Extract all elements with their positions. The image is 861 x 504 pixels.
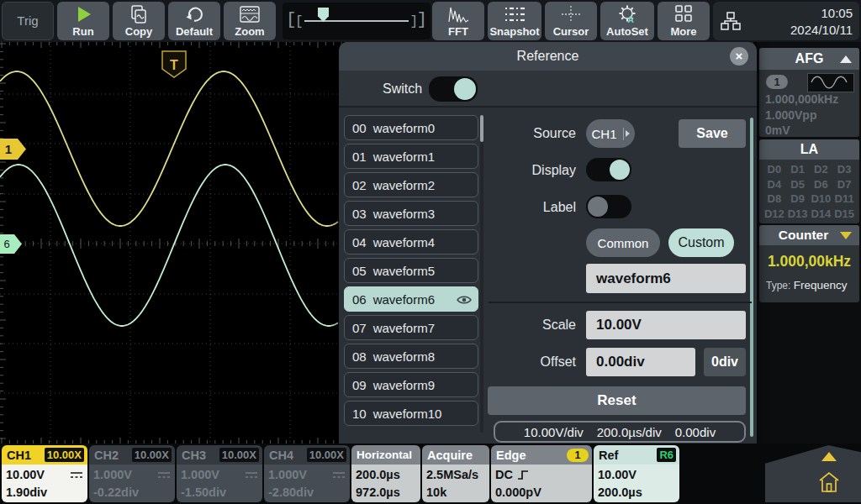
waveform-list-item-07[interactable]: 07waveform7 [344, 315, 478, 340]
waveform-name: waveform8 [373, 349, 435, 364]
ch3-status-tile[interactable]: CH3 10.00X 1.000V -1.50div [177, 445, 262, 502]
switch-label: Switch [383, 71, 422, 108]
ch4-status-tile[interactable]: CH4 10.00X 1.000V -2.80div [264, 445, 350, 502]
trigger-status-tile[interactable]: Edge 1 DC 0.000pV [491, 445, 592, 502]
trig-button[interactable]: Trig [2, 2, 54, 40]
ref-timebase-readout: 200.0µs/div [597, 425, 662, 439]
waveform-index: 07 [352, 321, 367, 335]
save-button[interactable]: Save [679, 119, 746, 148]
waveform-list-item-09[interactable]: 09waveform9 [344, 372, 478, 397]
ref-status-tile[interactable]: Ref R6 10.00V 200.0µs [594, 445, 679, 502]
trigger-position-bar[interactable]: [ [ ] ] [283, 3, 430, 39]
la-channel-d1: D1 [786, 163, 810, 176]
reference-switch-toggle[interactable] [429, 76, 478, 102]
oscilloscope-screen: T 1 6 Trig Run Copy De [0, 0, 861, 504]
la-channel-d12: D12 [763, 207, 786, 220]
common-button[interactable]: Common [586, 228, 660, 257]
waveform-index: 09 [352, 378, 367, 392]
la-channel-d3: D3 [832, 163, 856, 176]
la-channel-d5: D5 [786, 178, 810, 191]
waveform-index: 02 [352, 178, 367, 192]
horizontal-status-tile[interactable]: Horizontal 200.0µs 972.0µs [351, 445, 420, 502]
label-label: Label [490, 193, 576, 222]
trigger-position-track [304, 20, 409, 22]
waveform-list-item-04[interactable]: 04waveform4 [344, 229, 478, 255]
trigger-coupling: DC [495, 466, 513, 484]
label-toggle[interactable] [586, 195, 631, 218]
offset-input[interactable]: 0.00div [586, 348, 695, 376]
reset-button[interactable]: Reset [488, 386, 746, 415]
snapshot-button[interactable]: Snapshot [488, 2, 541, 40]
status-clock-tile: 10:05 2024/10/11 [713, 2, 859, 40]
reference-status-bar: 10.00V/div 200.0µs/div 0.00div [494, 421, 746, 443]
default-button[interactable]: Default [168, 2, 220, 40]
trace-ch1 [0, 71, 338, 226]
waveform-index: 05 [352, 264, 367, 278]
reset-default-icon [184, 4, 204, 24]
waveform-list-item-08[interactable]: 08waveform8 [344, 344, 478, 369]
right-sidebar: AFG 1 1.000,000kHz 1.000Vpp 0mV LA D0D1D… [757, 42, 861, 444]
la-channel-d0: D0 [763, 163, 786, 176]
collapse-down-icon [840, 232, 852, 239]
display-toggle[interactable] [586, 158, 631, 181]
counter-panel[interactable]: 1.000,00kHz Type: Frequency [759, 245, 859, 302]
close-button[interactable]: × [730, 47, 748, 66]
clock-date: 2024/10/11 [790, 22, 853, 39]
more-button[interactable]: More [658, 2, 710, 40]
expand-up-icon[interactable] [821, 452, 837, 461]
ch1-offset: 1.90div [6, 484, 83, 501]
afg-panel[interactable]: 1 1.000,000kHz 1.000Vpp 0mV [759, 70, 859, 137]
ch1-status-tile[interactable]: CH1 10.00X 10.00V 1.90div [2, 445, 87, 502]
source-select[interactable]: CH1 [586, 119, 635, 148]
waveform-name: waveform6 [373, 292, 435, 307]
waveform-list-item-06[interactable]: 06waveform6 [344, 286, 478, 312]
la-channel-d7: D7 [832, 178, 856, 191]
la-channel-d2: D2 [810, 163, 833, 176]
bottom-status-bar: CH1 10.00X 10.00V 1.90div CH2 10.00X 1.0… [0, 444, 861, 504]
network-icon [720, 10, 742, 32]
memory-depth: 10k [426, 484, 485, 501]
offset-zero-button[interactable]: 0div [704, 348, 746, 376]
afg-channel-badge: 1 [766, 75, 788, 89]
autoset-button[interactable]: A AutoSet [600, 2, 654, 40]
waveform-list-item-02[interactable]: 02waveform2 [344, 172, 478, 197]
copy-button[interactable]: Copy [113, 2, 165, 40]
waveform-list-item-00[interactable]: 00waveform0 [344, 115, 478, 140]
ch2-status-tile[interactable]: CH2 10.00X 1.000V -0.22div [89, 445, 175, 502]
la-channel-d14: D14 [810, 207, 833, 220]
home-button[interactable] [817, 470, 841, 494]
acquire-status-tile[interactable]: Acquire 2.5MSa/s 10k [422, 445, 489, 502]
cursor-button[interactable]: Cursor [545, 2, 597, 40]
collapse-up-icon [840, 55, 852, 63]
waveform-list-item-03[interactable]: 03waveform3 [344, 201, 478, 226]
la-channel-d6: D6 [810, 178, 833, 191]
panel-scrollbar[interactable] [750, 118, 753, 437]
snapshot-list-icon [504, 4, 526, 24]
rising-edge-icon [517, 469, 529, 481]
la-channel-d4: D4 [763, 178, 786, 191]
counter-panel-header[interactable]: Counter [759, 225, 859, 245]
scale-input[interactable]: 10.00V [586, 311, 746, 339]
waveform-name: waveform1 [373, 150, 435, 164]
run-button[interactable]: Run [57, 2, 109, 40]
fft-button[interactable]: FFT [432, 2, 484, 40]
waveform-name-input[interactable]: waveform6 [586, 264, 746, 293]
svg-text:A: A [627, 15, 633, 24]
waveform-name: waveform4 [373, 235, 435, 249]
close-icon: × [736, 49, 743, 63]
ch3-probe-badge: 10.00X [219, 448, 259, 462]
waveform-list-item-05[interactable]: 05waveform5 [344, 258, 478, 283]
ch1-position-marker[interactable] [0, 139, 26, 160]
waveform-list-item-10[interactable]: 10waveform10 [344, 401, 478, 426]
list-scrollbar[interactable] [480, 115, 483, 433]
la-panel[interactable]: D0D1D2D3D4D5D6D7D8D9D10D11D12D13D14D15 [759, 160, 859, 223]
waveform-list-item-01[interactable]: 01waveform1 [344, 144, 478, 169]
zoom-button[interactable]: Zoom [224, 2, 276, 40]
ch4-probe-badge: 10.00X [307, 448, 346, 462]
afg-panel-header[interactable]: AFG [759, 48, 859, 70]
custom-button[interactable]: Custom [668, 228, 734, 257]
ref-marker-label: 6 [3, 238, 9, 250]
la-panel-header[interactable]: LA [759, 139, 859, 160]
waveform-name: waveform9 [373, 378, 435, 392]
reference-dialog: Reference × Switch 00waveform001waveform… [339, 42, 757, 444]
